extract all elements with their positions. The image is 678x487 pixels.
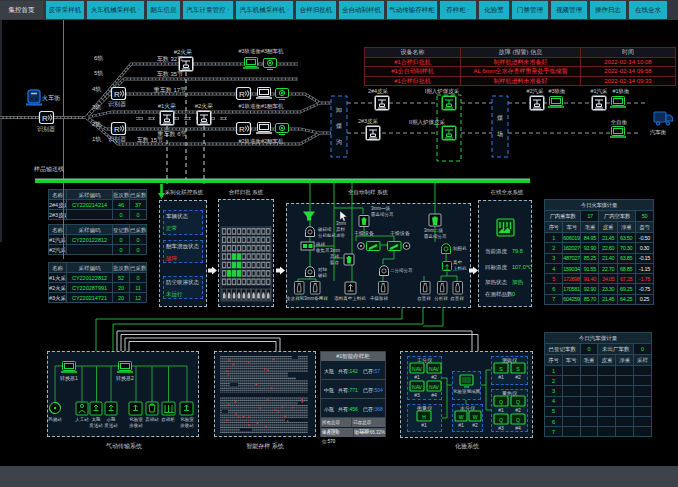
- svg-text:#1: #1: [414, 374, 420, 380]
- svg-text:#4: #4: [431, 392, 437, 398]
- svg-text:NAV: NAV: [429, 366, 440, 372]
- svg-text:#4: #4: [515, 425, 521, 431]
- svg-text:H: H: [422, 414, 426, 420]
- svg-text:#1: #1: [458, 422, 464, 428]
- svg-text:Q: Q: [499, 417, 503, 423]
- svg-text:Q: Q: [499, 399, 503, 405]
- svg-text:#2: #2: [431, 374, 437, 380]
- svg-text:W: W: [459, 414, 464, 420]
- svg-text:#1: #1: [498, 407, 504, 413]
- svg-text:Q: Q: [516, 417, 520, 423]
- svg-text:#2: #2: [472, 422, 478, 428]
- svg-text:#2: #2: [515, 407, 521, 413]
- svg-text:NAV: NAV: [412, 384, 423, 390]
- svg-text:Q: Q: [516, 399, 520, 405]
- svg-text:#1: #1: [498, 374, 504, 380]
- svg-text:NAV: NAV: [429, 384, 440, 390]
- svg-text:#3: #3: [498, 425, 504, 431]
- svg-text:#2: #2: [515, 374, 521, 380]
- svg-text:#1: #1: [421, 422, 427, 428]
- svg-text:NAV: NAV: [412, 366, 423, 372]
- svg-text:#3: #3: [414, 392, 420, 398]
- svg-text:W: W: [473, 414, 478, 420]
